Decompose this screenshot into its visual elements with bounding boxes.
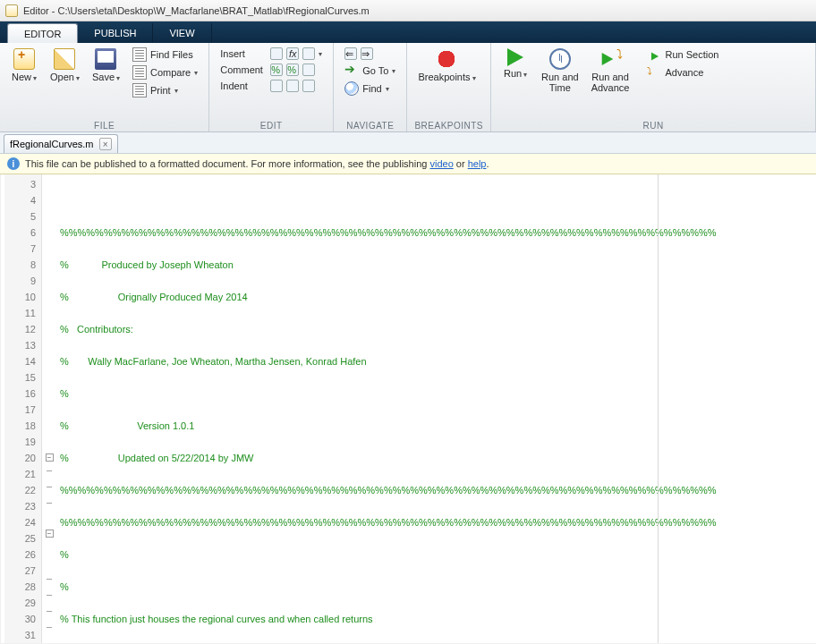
find-files-button[interactable]: Find Files (129, 47, 201, 63)
run-button[interactable]: Run (498, 47, 532, 82)
goto-icon (344, 64, 359, 78)
goto-button[interactable]: Go To ▾ (341, 63, 399, 79)
group-run-label: RUN (498, 119, 808, 131)
insert-button[interactable]: Insert fx ▾ (217, 47, 326, 61)
run-section-icon (647, 47, 661, 62)
window-title: Editor - C:\Users\etal\Desktop\W_Macfarl… (23, 5, 370, 16)
group-run: Run Run and Time ⤵ Run and Advance Run S… (491, 43, 816, 131)
group-nav-label: NAVIGATE (341, 119, 399, 131)
publish-info-bar: i This file can be published to a format… (0, 154, 816, 174)
find-button[interactable]: Find ▾ (341, 80, 399, 97)
tab-editor[interactable]: EDITOR (7, 23, 78, 43)
insert-fx-icon[interactable]: fx (286, 47, 299, 60)
new-file-icon (13, 48, 35, 70)
code-editor: 3456789101112131415161718192021222324252… (0, 174, 816, 643)
group-navigate: ⇐ ⇒ Go To ▾ Find ▾ NAVIGATE (334, 43, 407, 131)
nav-fwd-icon[interactable]: ⇒ (361, 47, 373, 60)
group-bp-label: BREAKPOINTS (414, 119, 483, 131)
comment-remove-icon[interactable]: % (286, 64, 299, 76)
main-tabs: EDITOR PUBLISH VIEW (0, 21, 816, 43)
group-edit-label: EDIT (217, 119, 326, 131)
indent-right-icon[interactable] (270, 80, 283, 92)
window-titlebar: Editor - C:\Users\etal\Desktop\W_Macfarl… (0, 0, 816, 21)
comment-wrap-icon[interactable] (302, 64, 315, 76)
run-section-button[interactable]: Run Section (643, 47, 722, 63)
advance-button[interactable]: ⤵ Advance (643, 64, 722, 80)
insert-more-icon[interactable] (302, 47, 315, 60)
indent-left-icon[interactable] (286, 80, 299, 92)
code-area[interactable]: %%%%%%%%%%%%%%%%%%%%%%%%%%%%%%%%%%%%%%%%… (56, 174, 816, 643)
help-link[interactable]: help (468, 158, 487, 169)
breakpoint-icon (436, 48, 457, 70)
run-advance-icon: ⤵ (599, 48, 621, 70)
file-tab[interactable]: fRegionalCurves.m × (4, 134, 118, 153)
find-icon (344, 81, 359, 96)
find-files-icon (132, 47, 147, 62)
insert-section-icon[interactable] (270, 47, 283, 60)
nav-back-fwd[interactable]: ⇐ ⇒ (341, 47, 399, 61)
open-button[interactable]: Open (47, 47, 83, 86)
fold-gutter[interactable]: −–––−–––– (42, 174, 56, 643)
indent-smart-icon[interactable] (302, 80, 315, 92)
group-breakpoints: Breakpoints BREAKPOINTS (407, 43, 491, 131)
print-icon (132, 83, 147, 97)
advance-icon: ⤵ (647, 65, 661, 80)
save-button[interactable]: Save (89, 47, 123, 86)
comment-add-icon[interactable]: % (270, 64, 283, 76)
new-button[interactable]: New (7, 47, 41, 86)
file-tabs-bar: fRegionalCurves.m × (0, 132, 816, 154)
breakpoints-button[interactable]: Breakpoints (414, 47, 479, 86)
tab-publish[interactable]: PUBLISH (78, 23, 153, 43)
group-edit: Insert fx ▾ Comment % % Indent (209, 43, 334, 131)
group-file-label: FILE (7, 119, 201, 131)
app-icon (5, 4, 18, 17)
nav-back-icon[interactable]: ⇐ (344, 47, 357, 60)
ribbon: New Open Save Find Files Compare ▾ (0, 43, 816, 132)
file-tab-label: fRegionalCurves.m (10, 139, 94, 149)
video-link[interactable]: video (429, 158, 453, 169)
line-number-gutter[interactable]: 3456789101112131415161718192021222324252… (4, 174, 42, 643)
run-and-advance-button[interactable]: ⤵ Run and Advance (588, 47, 633, 95)
indent-button[interactable]: Indent (217, 79, 326, 93)
clock-icon (549, 48, 571, 70)
open-folder-icon (54, 48, 75, 70)
comment-button[interactable]: Comment % % (217, 63, 326, 77)
tab-view[interactable]: VIEW (153, 23, 211, 43)
save-disk-icon (95, 48, 116, 70)
compare-icon (132, 65, 147, 80)
print-button[interactable]: Print ▾ (129, 82, 201, 98)
group-file: New Open Save Find Files Compare ▾ (0, 43, 209, 131)
right-margin-rule (658, 174, 659, 643)
close-tab-icon[interactable]: × (99, 138, 112, 150)
run-play-icon (507, 48, 523, 66)
info-icon: i (7, 157, 20, 170)
run-and-time-button[interactable]: Run and Time (538, 47, 582, 95)
compare-button[interactable]: Compare ▾ (129, 64, 201, 80)
